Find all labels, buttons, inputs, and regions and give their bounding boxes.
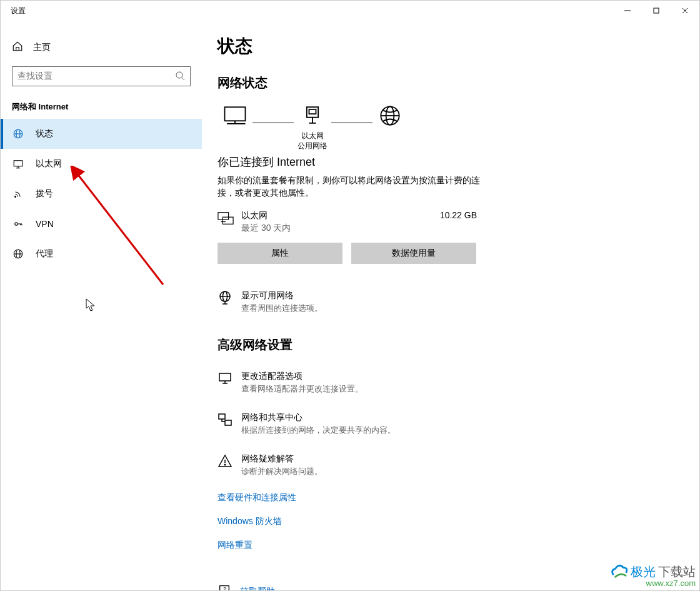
window-controls [613, 1, 699, 21]
sidebar-item-vpn[interactable]: VPN [1, 209, 202, 239]
search-input[interactable]: 查找设置 [12, 66, 191, 86]
svg-line-5 [182, 78, 184, 80]
diagram-line [331, 123, 372, 123]
sidebar-section-label: 网络和 Internet [1, 86, 202, 119]
home-nav[interactable]: 主页 [1, 36, 202, 59]
svg-text:?: ? [223, 587, 226, 591]
sharing-icon [218, 412, 232, 430]
get-help[interactable]: ? 获取帮助 [218, 583, 674, 591]
data-usage-button[interactable]: 数据使用量 [351, 243, 476, 264]
maximize-button[interactable] [642, 1, 671, 21]
hardware-link[interactable]: 查看硬件和连接属性 [218, 492, 674, 503]
svg-rect-34 [219, 414, 225, 419]
watermark-brand-secondary: 下载站 [658, 565, 696, 578]
ethernet-row-icon [218, 211, 235, 228]
dialup-icon [12, 188, 24, 200]
sidebar-item-proxy[interactable]: 代理 [1, 239, 202, 269]
sidebar-item-label: 拨号 [36, 188, 53, 200]
sidebar-item-dialup[interactable]: 拨号 [1, 179, 202, 209]
diagram-mid-label: 以太网 [298, 131, 328, 141]
vpn-icon [12, 218, 24, 230]
proxy-icon [12, 248, 24, 260]
watermark: 极光下载站 www.xz7.com [611, 564, 696, 588]
show-networks-title: 显示可用网络 [241, 290, 322, 301]
svg-rect-31 [219, 373, 231, 381]
main-content: 状态 网络状态 以太网 公用网络 你已连接到 Internet 如果你 [202, 21, 699, 591]
network-diagram: 以太网 公用网络 [221, 103, 674, 151]
firewall-link[interactable]: Windows 防火墙 [218, 516, 674, 527]
adapter-options-sub: 查看网络适配器并更改连接设置。 [241, 383, 363, 395]
button-row: 属性 数据使用量 [218, 243, 674, 264]
ethernet-icon [12, 158, 24, 170]
globe-icon [376, 103, 404, 151]
search-icon [175, 71, 185, 83]
svg-rect-8 [14, 161, 22, 166]
reset-link[interactable]: 网络重置 [218, 540, 674, 551]
svg-rect-1 [654, 8, 659, 13]
titlebar: 设置 [1, 1, 699, 21]
show-networks-sub: 查看周围的连接选项。 [241, 303, 322, 314]
sidebar-item-label: 状态 [36, 128, 53, 139]
computer-icon [221, 103, 249, 151]
watermark-logo-icon [611, 564, 628, 579]
troubleshoot-option[interactable]: 网络疑难解答 诊断并解决网络问题。 [218, 453, 674, 477]
svg-point-12 [15, 223, 18, 226]
ethernet-usage-value: 10.22 GB [440, 210, 477, 220]
sidebar-item-label: 代理 [36, 248, 53, 260]
globe-small-icon [218, 290, 232, 308]
adapter-options[interactable]: 更改适配器选项 查看网络适配器并更改连接设置。 [218, 371, 674, 395]
sharing-center-title: 网络和共享中心 [241, 412, 396, 423]
diagram-line [252, 123, 294, 123]
search-placeholder: 查找设置 [18, 71, 175, 82]
search-wrap: 查找设置 [1, 59, 202, 86]
properties-button[interactable]: 属性 [218, 243, 342, 264]
sidebar-item-label: 以太网 [36, 158, 62, 169]
home-label: 主页 [33, 42, 51, 53]
sidebar-item-ethernet[interactable]: 以太网 [1, 149, 202, 179]
page-title: 状态 [218, 34, 674, 58]
minimize-button[interactable] [613, 1, 642, 21]
troubleshoot-sub: 诊断并解决网络问题。 [241, 466, 322, 477]
warning-icon [218, 453, 232, 471]
adapter-options-title: 更改适配器选项 [241, 371, 363, 382]
window-title: 设置 [11, 6, 26, 16]
svg-rect-24 [218, 213, 229, 220]
ethernet-sub: 最近 30 天内 [241, 223, 291, 234]
sidebar-item-label: VPN [36, 219, 54, 229]
advanced-heading: 高级网络设置 [218, 336, 674, 353]
svg-point-37 [224, 465, 226, 466]
sharing-center-option[interactable]: 网络和共享中心 根据所连接到的网络，决定要共享的内容。 [218, 412, 674, 436]
home-icon [12, 41, 23, 54]
troubleshoot-title: 网络疑难解答 [241, 453, 322, 465]
svg-point-4 [176, 72, 182, 78]
sidebar-item-status[interactable]: 状态 [1, 119, 202, 149]
sidebar: 主页 查找设置 网络和 Internet 状态 以太网 [1, 21, 202, 591]
svg-rect-25 [222, 218, 233, 225]
help-label: 获取帮助 [240, 586, 275, 591]
help-icon: ? [218, 583, 231, 591]
svg-rect-15 [225, 107, 246, 121]
svg-point-11 [15, 196, 16, 198]
ethernet-label: 以太网 [241, 210, 291, 221]
close-button[interactable] [671, 1, 699, 21]
ethernet-row: 以太网 最近 30 天内 10.22 GB [218, 210, 477, 234]
sharing-center-sub: 根据所连接到的网络，决定要共享的内容。 [241, 425, 396, 436]
network-status-heading: 网络状态 [218, 74, 674, 91]
diagram-mid-sub: 公用网络 [298, 141, 328, 151]
ethernet-device-icon: 以太网 公用网络 [298, 103, 328, 151]
connected-description: 如果你的流量套餐有限制，则你可以将此网络设置为按流量计费的连接，或者更改其他属性… [218, 174, 486, 199]
status-icon [12, 128, 24, 140]
show-networks-option[interactable]: 显示可用网络 查看周围的连接选项。 [218, 290, 674, 314]
adapter-icon [218, 371, 232, 388]
svg-rect-35 [225, 420, 231, 425]
app-body: 主页 查找设置 网络和 Internet 状态 以太网 [1, 21, 699, 591]
watermark-url: www.xz7.com [631, 579, 696, 588]
svg-rect-19 [309, 109, 316, 114]
watermark-brand-primary: 极光 [631, 565, 656, 578]
connected-heading: 你已连接到 Internet [218, 154, 674, 169]
